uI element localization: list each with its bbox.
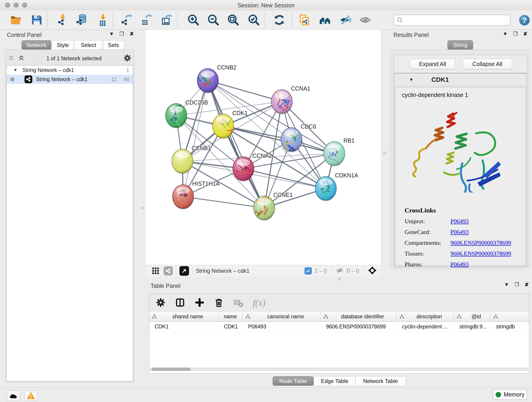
horizontal-scrollbar[interactable] xyxy=(150,367,529,371)
panel-menu-icon[interactable]: ▼ xyxy=(503,32,508,36)
expand-all-networks-icon[interactable] xyxy=(18,55,25,62)
network-node-CCNE1[interactable] xyxy=(249,196,275,221)
network-collection-row[interactable]: ▼ String Network – cdk1 1 xyxy=(7,65,133,75)
panel-float-icon[interactable]: ❒ xyxy=(120,32,124,36)
network-node-RB1[interactable] xyxy=(324,142,345,167)
network-edge xyxy=(183,80,208,197)
crosslink-row: Compartments:9606.ENSP00000378699 xyxy=(405,240,511,246)
import-table-button[interactable] xyxy=(96,13,109,27)
result-entry-header[interactable]: ▼ CDK1 xyxy=(394,73,527,86)
column-header-name[interactable]: name xyxy=(218,312,243,321)
crosslink-link[interactable]: P06493 xyxy=(450,218,469,225)
panel-float-icon[interactable]: ❒ xyxy=(515,282,519,287)
table-toolbar: f(x) xyxy=(149,294,529,312)
tab-node-table[interactable]: Node Table xyxy=(273,376,314,386)
crosslink-link[interactable]: P06493 xyxy=(450,229,469,236)
panel-menu-icon[interactable]: ▼ xyxy=(504,282,509,287)
panel-close-icon[interactable]: ✘ xyxy=(525,282,529,287)
crosslink-row: Tissues:9606.ENSP00000378699 xyxy=(405,250,511,257)
column-header--id[interactable]: @id xyxy=(454,312,491,321)
network-node-CCNB1[interactable] xyxy=(172,149,193,174)
tab-style[interactable]: Style xyxy=(51,40,74,50)
tab-edge-table[interactable]: Edge Table xyxy=(314,376,355,386)
panel-menu-icon[interactable]: ▼ xyxy=(109,32,114,36)
string-network-icon xyxy=(25,75,32,83)
column-type-icon xyxy=(493,314,499,320)
network-node-CCNB2[interactable] xyxy=(192,69,218,94)
network-edge-count: 48 xyxy=(123,76,129,83)
column-header-shared-name[interactable]: shared name xyxy=(149,312,218,321)
search-icon xyxy=(397,17,404,24)
help-button[interactable]: ? xyxy=(519,15,530,26)
network-graph[interactable]: CCNB2CCNA1CDC25BCDK1CDC6RB1CCNB1CCNA2CDK… xyxy=(146,30,381,265)
network-options-gear-icon[interactable] xyxy=(123,54,132,63)
add-column-icon[interactable] xyxy=(195,298,205,308)
import-database-button[interactable] xyxy=(75,13,89,27)
export-network-icon xyxy=(121,14,133,26)
zoom-out-button[interactable] xyxy=(207,13,220,27)
search-input[interactable] xyxy=(404,16,510,25)
panel-close-icon[interactable]: ✘ xyxy=(523,32,527,36)
column-header-description[interactable]: description xyxy=(397,312,454,321)
warning-status-button[interactable] xyxy=(24,390,38,401)
tab-select[interactable]: Select xyxy=(74,40,103,50)
column-header-database-identifier[interactable]: database identifier xyxy=(321,312,397,321)
zoom-selected-button[interactable] xyxy=(247,13,260,27)
refresh-view-button[interactable] xyxy=(273,13,286,27)
show-columns-icon[interactable] xyxy=(175,297,185,309)
tab-string[interactable]: String xyxy=(447,40,473,50)
status-bar: Memory xyxy=(0,387,532,402)
column-header-canonical-name[interactable]: canonical name xyxy=(243,312,321,321)
table-panel-window-icons: ▼ ❒ ✘ xyxy=(504,282,529,287)
export-image-button[interactable] xyxy=(160,13,173,27)
hide-graphics-details-button[interactable] xyxy=(338,13,352,27)
network-node-CDKN1A[interactable] xyxy=(315,177,336,206)
network-label: String Network – cdk1 xyxy=(36,76,88,83)
table-row[interactable]: CDK1CDK1P064939606.ENSP00000378699cyclin… xyxy=(149,322,529,332)
entry-collapse-icon[interactable]: ▼ xyxy=(409,77,413,82)
crosslink-link[interactable]: 9606.ENSP00000378699 xyxy=(450,250,511,257)
open-session-button[interactable] xyxy=(9,13,22,27)
panel-close-icon[interactable]: ✘ xyxy=(130,32,134,36)
duplicate-network-button[interactable] xyxy=(298,13,311,27)
right-splitter-handle[interactable] xyxy=(383,152,386,155)
tab-network-table[interactable]: Network Table xyxy=(355,376,406,386)
crosslink-link[interactable]: 9606.ENSP00000378699 xyxy=(450,240,511,246)
crosslink-link[interactable]: P06493 xyxy=(450,261,469,268)
crosslink-row: Uniprot:P06493 xyxy=(405,218,511,225)
panel-float-icon[interactable]: ❒ xyxy=(513,32,518,36)
column-header-namespace[interactable]: namespace xyxy=(491,312,529,321)
table-settings-gear-icon[interactable] xyxy=(156,298,166,308)
collapse-all-networks-icon[interactable] xyxy=(8,55,15,62)
grid-view-icon[interactable] xyxy=(151,266,160,276)
network-list-view-icon[interactable] xyxy=(164,266,173,275)
tab-network[interactable]: Network xyxy=(22,40,51,50)
network-canvas[interactable]: CCNB2CCNA1CDC25BCDK1CDC6RB1CCNB1CCNA2CDK… xyxy=(146,30,381,265)
left-splitter-handle[interactable] xyxy=(141,206,144,210)
selected-checkbox-icon[interactable] xyxy=(304,267,312,274)
fit-content-crosshair-icon[interactable] xyxy=(367,266,377,276)
collection-expand-icon[interactable]: ▼ xyxy=(13,68,17,72)
expand-all-button[interactable]: Expand All xyxy=(410,59,455,69)
export-network-button[interactable] xyxy=(120,13,133,27)
network-row-selected[interactable]: String Network – cdk1 11 48 xyxy=(7,75,133,84)
collapse-all-button[interactable]: Collapse All xyxy=(462,59,512,69)
save-session-button[interactable] xyxy=(30,13,43,27)
home-neighbors-button[interactable] xyxy=(318,13,332,27)
show-graphics-details-icon xyxy=(359,14,371,26)
export-table-button[interactable] xyxy=(140,13,153,27)
network-node-CDC6[interactable] xyxy=(281,128,302,159)
delete-column-icon[interactable] xyxy=(214,298,224,308)
show-graphics-details-button[interactable] xyxy=(359,13,372,27)
network-node-CCNA1[interactable] xyxy=(271,89,292,115)
zoom-in-button[interactable] xyxy=(187,13,200,27)
birdseye-view-icon[interactable] xyxy=(179,266,189,276)
memory-button[interactable]: Memory xyxy=(493,389,527,400)
network-node-HIST1H1A[interactable] xyxy=(172,185,194,210)
import-network-button[interactable] xyxy=(56,13,69,27)
zoom-fit-button[interactable] xyxy=(227,13,240,27)
scrollbar-thumb[interactable] xyxy=(152,368,190,371)
window-title: Session: New Session xyxy=(0,2,532,9)
cloud-status-button[interactable] xyxy=(7,390,20,401)
tab-sets[interactable]: Sets xyxy=(103,40,124,50)
